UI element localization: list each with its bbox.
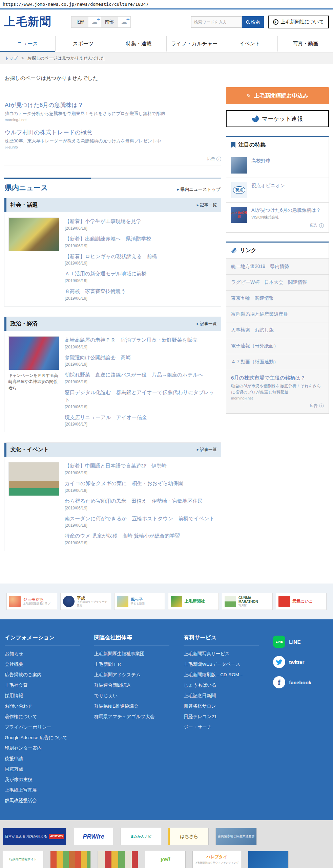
news-photo-thumbnail[interactable] xyxy=(8,218,59,251)
article-title[interactable]: 参院選向け公開討論会 高崎 xyxy=(65,354,217,361)
footer-link[interactable]: 群馬連合新聞折込 xyxy=(94,682,169,688)
article-item[interactable]: 朝採れ野菜 直送に路線バスが一役 片品→銀座のホテルへ [2019/06/18] xyxy=(65,371,217,384)
article-item[interactable]: 【新着】出動訓練赤城へ 県消防学校 [2019/06/19] xyxy=(65,235,217,248)
featured-item-label[interactable]: 高校野球 xyxy=(251,157,270,174)
article-title[interactable]: 【新着】出動訓練赤城へ 県消防学校 xyxy=(65,235,217,243)
sponsored-link-title[interactable]: ウルフ村田の株式トレードの極意 xyxy=(5,129,221,136)
footer-link[interactable]: 著作権について xyxy=(5,714,80,720)
sidebar-link[interactable]: 富岡製糸場と絹産業遺産群 xyxy=(226,306,329,322)
featured-item-shiten-opinion[interactable]: 視点 視点オピニオン xyxy=(226,178,329,202)
article-item[interactable]: ８高校 家畜審査技術競う [2019/06/19] xyxy=(65,288,217,301)
article-item[interactable]: わら得るため宝船用の黒米 田植え 伊勢崎・宮郷地区住民 [2019/06/19] xyxy=(65,497,217,510)
weather-south[interactable]: 南部 ☁☂ xyxy=(101,17,130,27)
footer-link[interactable]: 上毛新聞アドシステム xyxy=(94,672,169,678)
footer-link[interactable]: 日経テレコン21 xyxy=(184,714,259,720)
about-company-button[interactable]: ▶ 上毛新聞社について xyxy=(268,16,329,28)
article-item[interactable]: カイコの卵をクヌギの葉に 桐生・おおぞら幼保園 [2019/06/19] xyxy=(65,480,217,493)
footer-link[interactable]: じょうもばいる xyxy=(184,682,259,688)
article-title[interactable]: 窓口デジタル化進む 群馬銀とアイオーで伝票代わりにタブレット xyxy=(65,389,217,404)
article-list-link[interactable]: ▸記事一覧 xyxy=(197,202,217,208)
article-title[interactable]: ８高校 家畜審査技術競う xyxy=(65,288,217,295)
sidebar-link[interactable]: 統一地方選2019 県内情勢 xyxy=(226,258,329,274)
article-title[interactable]: 【新着】中国語と日本語で言葉遊び 伊勢崎 xyxy=(65,462,217,470)
footer-link[interactable]: 会社概要 xyxy=(5,661,80,667)
article-item[interactable]: 窓口デジタル化進む 群馬銀とアイオーで伝票代わりにタブレット [2019/06/… xyxy=(65,389,217,409)
sidebar-link[interactable]: 電子速報（号外紙面） xyxy=(226,338,329,354)
partner-banner[interactable]: 上毛新聞社 xyxy=(168,593,219,610)
article-title[interactable]: 南スーダンに何ができるか 五輪ホストタウン 前橋でイベント xyxy=(65,515,217,522)
article-title[interactable]: 【新着】ロヒンギャの現状訴える 前橋 xyxy=(65,253,217,260)
article-item[interactable]: ＡＩ活用の新交通モデル地域に前橋 [2019/06/19] xyxy=(65,270,217,283)
sponsored-link-title[interactable]: AIが見つけた6月の急騰株は？ xyxy=(5,101,221,109)
search-button[interactable]: 検索 xyxy=(242,16,264,28)
sponsored-link[interactable]: AIが見つけた6月の急騰株は？ 独自のデータ分析から急騰株を早期発見！それをさら… xyxy=(5,101,221,122)
article-title[interactable]: 特産のウメ 児童が収穫 高崎 箕輪小が総合的学習 xyxy=(65,532,217,540)
ad-banner[interactable]: はちさら xyxy=(168,828,209,845)
sns-twitter-link[interactable]: twitter xyxy=(273,656,328,668)
footer-link[interactable]: 上毛新聞厚生福祉事業団 xyxy=(94,651,169,657)
article-item[interactable]: 高崎高島屋の老神ＰＲ 宿泊プラン用意・新鮮野菜を販売 [2019/06/19] xyxy=(65,336,217,349)
site-logo[interactable]: 上毛新聞 xyxy=(4,14,51,29)
market-report-button[interactable]: マーケット速報 xyxy=(226,110,329,127)
partner-banner[interactable]: GUNMA MARATHON 写真館 xyxy=(222,593,273,610)
footer-link[interactable]: Google Adsence 広告について xyxy=(5,735,80,741)
sidebar-link[interactable]: 人事検索 お試し版 xyxy=(226,322,329,338)
ad-banner[interactable]: またかんナビ xyxy=(121,828,161,845)
ad-banner[interactable] xyxy=(50,851,91,868)
ad-banner[interactable]: yell xyxy=(145,851,186,868)
featured-item-koko-yakyu[interactable]: 高校野球 xyxy=(226,153,329,178)
tab-sports[interactable]: スポーツ xyxy=(55,36,111,52)
footer-link[interactable]: お知らせ xyxy=(5,651,80,657)
ad-banner[interactable]: ハレブタイ 上毛新聞社のクラウドファンディング xyxy=(192,851,241,868)
article-item[interactable]: 【新着】中国語と日本語で言葉遊び 伊勢崎 [2019/06/19] xyxy=(65,462,217,475)
sidebar-ad-title[interactable]: 6月の株式市場で主役の銘柄は？ xyxy=(231,375,324,381)
footer-link[interactable]: 群馬政経懇話会 xyxy=(5,798,80,804)
local-news-top-link[interactable]: ▸県内ニューストップ xyxy=(177,186,221,192)
info-icon[interactable]: i xyxy=(319,404,324,408)
article-item[interactable]: 【新着】ロヒンギャの現状訴える 前橋 [2019/06/19] xyxy=(65,253,217,266)
partner-banner[interactable]: 風っ子 子ども新聞 xyxy=(114,593,165,610)
tab-features[interactable]: 特集・連載 xyxy=(111,36,166,52)
sidebar-link[interactable]: ラグビーW杯 日本大会 関連情報 xyxy=(226,274,329,290)
footer-link[interactable]: 同窓万歳 xyxy=(5,766,80,772)
weather-north[interactable]: 北部 ☁☂ xyxy=(71,17,101,27)
article-title[interactable]: カイコの卵をクヌギの葉に 桐生・おおぞら幼保園 xyxy=(65,480,217,487)
article-title[interactable]: 高崎高島屋の老神ＰＲ 宿泊プラン用意・新鮮野菜を販売 xyxy=(65,336,217,344)
footer-link[interactable]: 囲碁将棋サロン xyxy=(184,703,259,709)
news-photo-thumbnail[interactable] xyxy=(8,336,59,370)
article-item[interactable]: 南スーダンに何ができるか 五輪ホストタウン 前橋でイベント [2019/06/1… xyxy=(65,515,217,528)
article-item[interactable]: 境支店リニューアル アイオー信金 [2019/06/17] xyxy=(65,414,217,427)
tab-life-culture[interactable]: ライフ・カルチャー xyxy=(166,36,222,52)
search-input[interactable] xyxy=(191,16,242,28)
article-title[interactable]: 境支店リニューアル アイオー信金 xyxy=(65,414,217,421)
footer-link[interactable]: 上毛紙上写真展 xyxy=(5,787,80,793)
partner-banner[interactable]: 元気にいこ xyxy=(276,593,327,610)
partner-banner[interactable]: ジョモだち 上毛新聞愛読者クラブ xyxy=(6,593,57,610)
tab-news[interactable]: ニュース xyxy=(0,36,55,52)
article-title[interactable]: わら得るため宝船用の黒米 田植え 伊勢崎・宮郷地区住民 xyxy=(65,497,217,505)
news-photo-thumbnail[interactable] xyxy=(8,462,59,496)
footer-link[interactable]: 上毛新聞写真サービス xyxy=(184,651,259,657)
footer-link[interactable]: お問い合わせ xyxy=(5,703,80,709)
article-item[interactable]: 【新着】小学生が工事現場を見学 [2019/06/19] xyxy=(65,218,217,231)
ad-banner[interactable] xyxy=(98,851,138,868)
ad-banner[interactable]: PRWire xyxy=(73,828,114,845)
article-list-link[interactable]: ▸記事一覧 xyxy=(197,447,217,453)
subscribe-button[interactable]: ✎ 上毛新聞購読お申込み xyxy=(226,87,329,104)
footer-link[interactable]: 後援申請 xyxy=(5,756,80,762)
footer-link[interactable]: 上毛新聞縮刷版－CD-ROM－ xyxy=(184,672,259,678)
footer-link[interactable]: でりじぇい xyxy=(94,693,169,699)
sns-line-link[interactable]: LINE LINE xyxy=(273,636,328,648)
article-title[interactable]: ＡＩ活用の新交通モデル地域に前橋 xyxy=(65,270,217,277)
featured-ad-title[interactable]: AIが見つけた6月の急騰銘柄は？ xyxy=(251,207,324,214)
sidebar-ad[interactable]: 6月の株式市場で主役の銘柄は？ 独自のAIが市況や個別株を徹底分析！それをさらに… xyxy=(226,370,329,413)
footer-link[interactable]: プライバシーポリシー xyxy=(5,724,80,730)
breadcrumb-home-link[interactable]: トップ xyxy=(5,56,18,61)
info-icon[interactable]: i xyxy=(216,157,221,161)
footer-link[interactable]: 上毛記念日新聞 xyxy=(184,693,259,699)
tab-events[interactable]: イベント xyxy=(222,36,277,52)
ad-banner[interactable] xyxy=(248,851,289,868)
featured-item-ad[interactable]: AI × 株式投資 AIが見つけた6月の急騰銘柄は？ VISION株式会社 広告… xyxy=(226,202,329,232)
ads-by-label[interactable]: 広告 i xyxy=(231,403,324,409)
sns-facebook-link[interactable]: f facebook xyxy=(273,676,328,688)
